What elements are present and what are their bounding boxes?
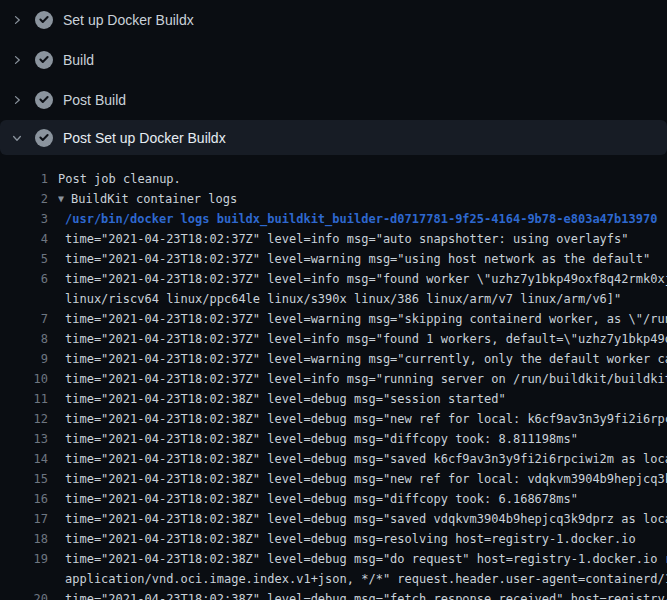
step-row-build[interactable]: Build: [0, 40, 667, 80]
step-label: Build: [63, 52, 94, 68]
line-number[interactable]: 18: [0, 529, 48, 549]
chevron-down-icon: [10, 131, 24, 145]
log-line: 20time="2021-04-23T18:02:38Z" level=debu…: [0, 589, 667, 600]
log-line: 7time="2021-04-23T18:02:37Z" level=warni…: [0, 309, 667, 329]
line-number[interactable]: 5: [0, 249, 48, 269]
line-number[interactable]: 13: [0, 429, 48, 449]
log-line: 5time="2021-04-23T18:02:37Z" level=warni…: [0, 249, 667, 269]
log-line: 17time="2021-04-23T18:02:38Z" level=debu…: [0, 509, 667, 529]
line-number[interactable]: 9: [0, 349, 48, 369]
workflow-log-panel: Set up Docker Buildx Build Post Build Po…: [0, 0, 667, 600]
log-text: time="2021-04-23T18:02:38Z" level=debug …: [65, 512, 667, 526]
log-text: time="2021-04-23T18:02:38Z" level=debug …: [65, 492, 578, 506]
log-lines: 1Post job cleanup.2▼BuildKit container l…: [0, 155, 667, 600]
chevron-right-icon: [10, 13, 24, 27]
log-line: 9time="2021-04-23T18:02:37Z" level=warni…: [0, 349, 667, 369]
step-row-post-setup-docker-buildx[interactable]: Post Set up Docker Buildx: [0, 120, 667, 155]
log-text: time="2021-04-23T18:02:38Z" level=debug …: [65, 532, 636, 546]
line-number[interactable]: 16: [0, 489, 48, 509]
log-group-toggle-icon[interactable]: ▼: [58, 189, 64, 209]
log-text: time="2021-04-23T18:02:37Z" level=info m…: [65, 272, 667, 286]
log-line: 11time="2021-04-23T18:02:38Z" level=debu…: [0, 389, 667, 409]
chevron-right-icon: [10, 53, 24, 67]
log-line: 6time="2021-04-23T18:02:37Z" level=info …: [0, 269, 667, 289]
line-number[interactable]: 11: [0, 389, 48, 409]
check-circle-icon: [35, 91, 53, 109]
log-line: 13time="2021-04-23T18:02:38Z" level=debu…: [0, 429, 667, 449]
log-line: 18time="2021-04-23T18:02:38Z" level=debu…: [0, 529, 667, 549]
line-number[interactable]: 10: [0, 369, 48, 389]
chevron-right-icon: [10, 93, 24, 107]
log-line: linux/riscv64 linux/ppc64le linux/s390x …: [0, 289, 667, 309]
step-label: Post Build: [63, 92, 126, 108]
step-row-setup-docker-buildx[interactable]: Set up Docker Buildx: [0, 0, 667, 40]
log-text: time="2021-04-23T18:02:37Z" level=info m…: [65, 232, 629, 246]
log-line: 8time="2021-04-23T18:02:37Z" level=info …: [0, 329, 667, 349]
log-text: time="2021-04-23T18:02:37Z" level=info m…: [65, 372, 667, 386]
log-text: linux/riscv64 linux/ppc64le linux/s390x …: [65, 292, 621, 306]
log-text: time="2021-04-23T18:02:37Z" level=info m…: [65, 332, 667, 346]
line-number: [0, 289, 48, 309]
log-text: time="2021-04-23T18:02:37Z" level=warnin…: [65, 352, 667, 366]
line-number[interactable]: 19: [0, 549, 48, 569]
line-number[interactable]: 14: [0, 449, 48, 469]
log-text: time="2021-04-23T18:02:38Z" level=debug …: [65, 552, 667, 566]
log-text: BuildKit container logs: [71, 192, 237, 206]
step-label: Set up Docker Buildx: [63, 12, 194, 28]
log-line: 4time="2021-04-23T18:02:37Z" level=info …: [0, 229, 667, 249]
log-text: time="2021-04-23T18:02:38Z" level=debug …: [65, 592, 667, 600]
log-line: 10time="2021-04-23T18:02:37Z" level=info…: [0, 369, 667, 389]
line-number[interactable]: 12: [0, 409, 48, 429]
log-line: 16time="2021-04-23T18:02:38Z" level=debu…: [0, 489, 667, 509]
check-circle-icon: [35, 129, 53, 147]
log-text: time="2021-04-23T18:02:38Z" level=debug …: [65, 472, 667, 486]
log-line: 3/usr/bin/docker logs buildx_buildkit_bu…: [0, 209, 667, 229]
log-line: 2▼BuildKit container logs: [0, 189, 667, 209]
line-number[interactable]: 17: [0, 509, 48, 529]
log-line: 19time="2021-04-23T18:02:38Z" level=debu…: [0, 549, 667, 569]
log-line: 14time="2021-04-23T18:02:38Z" level=debu…: [0, 449, 667, 469]
log-text: time="2021-04-23T18:02:37Z" level=warnin…: [65, 252, 650, 266]
log-text: time="2021-04-23T18:02:38Z" level=debug …: [65, 412, 667, 426]
log-text: time="2021-04-23T18:02:38Z" level=debug …: [65, 432, 578, 446]
log-text: application/vnd.oci.image.index.v1+json,…: [65, 572, 667, 586]
log-line: 1Post job cleanup.: [0, 169, 667, 189]
line-number[interactable]: 7: [0, 309, 48, 329]
line-number[interactable]: 15: [0, 469, 48, 489]
log-text: Post job cleanup.: [58, 172, 181, 186]
log-text: time="2021-04-23T18:02:37Z" level=warnin…: [65, 312, 667, 326]
log-text: time="2021-04-23T18:02:38Z" level=debug …: [65, 392, 506, 406]
log-line: 12time="2021-04-23T18:02:38Z" level=debu…: [0, 409, 667, 429]
log-text: time="2021-04-23T18:02:38Z" level=debug …: [65, 452, 667, 466]
log-command-text: /usr/bin/docker logs buildx_buildkit_bui…: [65, 212, 657, 226]
log-line: 15time="2021-04-23T18:02:38Z" level=debu…: [0, 469, 667, 489]
line-number[interactable]: 3: [0, 209, 48, 229]
log-line: application/vnd.oci.image.index.v1+json,…: [0, 569, 667, 589]
line-number[interactable]: 8: [0, 329, 48, 349]
step-label: Post Set up Docker Buildx: [63, 130, 226, 146]
line-number[interactable]: 1: [0, 169, 48, 189]
line-number[interactable]: 6: [0, 269, 48, 289]
check-circle-icon: [35, 11, 53, 29]
check-circle-icon: [35, 51, 53, 69]
line-number: [0, 569, 48, 589]
line-number[interactable]: 20: [0, 589, 48, 600]
line-number[interactable]: 2: [0, 189, 48, 209]
step-row-post-build[interactable]: Post Build: [0, 80, 667, 120]
line-number[interactable]: 4: [0, 229, 48, 249]
